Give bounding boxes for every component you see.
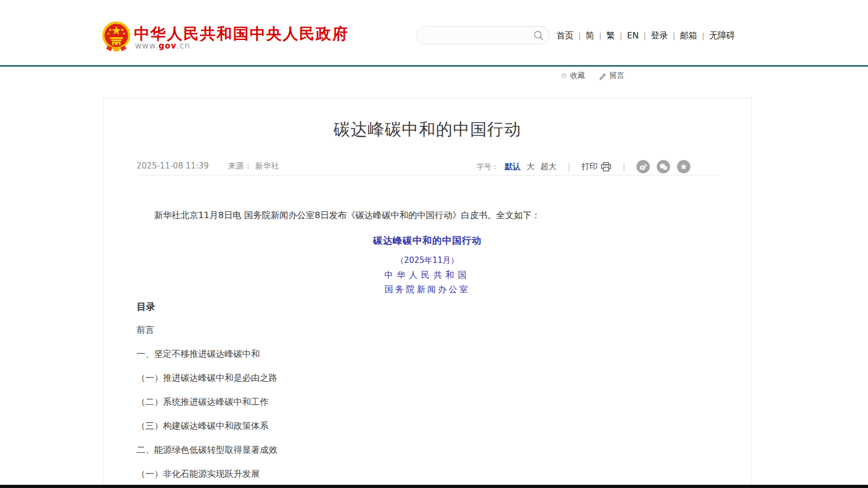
top-nav: 首页|简|繁|EN|登录|邮箱|无障碍	[556, 30, 735, 42]
nav-accessibility[interactable]: 无障碍	[709, 30, 735, 41]
nav-traditional[interactable]: 繁	[606, 30, 615, 41]
meta-separator: |	[623, 162, 625, 172]
lead-paragraph: 新华社北京11月8日电 国务院新闻办公室8日发布《碳达峰碳中和的中国行动》白皮书…	[137, 208, 718, 223]
font-size-xlarge-button[interactable]: 超大	[540, 162, 556, 172]
nav-english[interactable]: EN	[627, 30, 639, 41]
bottom-edge-line	[0, 485, 868, 488]
quickbar: ☆ 收藏 留言	[560, 71, 624, 81]
page: 中华人民共和国中央人民政府 www.gov.cn 首页|简|繁|EN|登录|邮箱…	[0, 0, 868, 488]
font-size-label: 字号：	[476, 162, 499, 172]
share-more-button[interactable]	[677, 160, 690, 173]
toc-item: （一）非化石能源实现跃升发展	[137, 469, 718, 479]
favorite-button[interactable]: ☆ 收藏	[560, 71, 585, 81]
meta-separator: |	[568, 162, 570, 172]
favorite-label: 收藏	[570, 71, 585, 81]
share-wechat-button[interactable]	[657, 160, 670, 173]
print-button[interactable]: 打印	[582, 162, 611, 172]
toc-item: （一）推进碳达峰碳中和是必由之路	[137, 373, 718, 383]
site-url[interactable]: www.gov.cn	[135, 41, 190, 51]
search-input[interactable]	[426, 28, 530, 42]
toc-item: （二）系统推进碳达峰碳中和工作	[137, 397, 718, 407]
header-divider-line	[0, 65, 868, 67]
site-url-prefix: www.	[135, 41, 158, 51]
white-paper-office-line: 国务院新闻办公室	[103, 284, 751, 295]
print-label: 打印	[582, 162, 598, 172]
article-date: 2025-11-08 11:39	[137, 161, 209, 171]
nav-separator: |	[578, 31, 581, 40]
article-meta-row: 2025-11-08 11:39来源：新华社 字号： 默认 大 超大 | 打印	[137, 160, 718, 173]
star-outline-icon: ☆	[560, 71, 567, 81]
wechat-icon	[659, 162, 668, 171]
table-of-contents: 目录 前言 一、坚定不移推进碳达峰碳中和 （一）推进碳达峰碳中和是必由之路 （二…	[137, 302, 718, 488]
nav-simplified[interactable]: 简	[586, 30, 594, 41]
printer-icon	[601, 162, 611, 172]
nav-home[interactable]: 首页	[556, 30, 574, 41]
toc-item: 前言	[137, 325, 718, 335]
source-label: 来源：	[228, 161, 252, 171]
font-size-default-button[interactable]: 默认	[505, 162, 521, 172]
site-url-gov: gov	[158, 41, 177, 51]
toc-item: 二、能源绿色低碳转型取得显著成效	[137, 445, 718, 455]
nav-separator: |	[599, 31, 602, 40]
nav-separator: |	[643, 31, 646, 40]
article-meta-left: 2025-11-08 11:39来源：新华社	[137, 161, 279, 171]
national-emblem-icon	[101, 20, 131, 53]
article-source[interactable]: 新华社	[255, 161, 279, 171]
font-size-large-button[interactable]: 大	[527, 162, 535, 172]
search-icon[interactable]	[533, 30, 544, 41]
nav-separator: |	[619, 31, 622, 40]
national-emblem-logo[interactable]	[101, 20, 131, 53]
toc-item: （三）构建碳达峰碳中和政策体系	[137, 421, 718, 431]
message-button[interactable]: 留言	[599, 71, 624, 81]
message-label: 留言	[609, 71, 624, 81]
article-title: 碳达峰碳中和的中国行动	[103, 118, 751, 141]
search-box[interactable]	[417, 26, 550, 44]
weibo-icon	[639, 162, 648, 171]
pencil-icon	[599, 72, 607, 80]
article-meta-right: 字号： 默认 大 超大 | 打印 |	[476, 160, 690, 173]
share-star-icon	[680, 163, 688, 171]
nav-separator: |	[702, 31, 705, 40]
white-paper-title: 碳达峰碳中和的中国行动	[103, 234, 751, 247]
site-url-suffix: .cn	[177, 41, 190, 51]
nav-mail[interactable]: 邮箱	[680, 30, 697, 41]
nav-login[interactable]: 登录	[651, 30, 668, 41]
toc-title: 目录	[137, 302, 718, 311]
toc-item: 一、坚定不移推进碳达峰碳中和	[137, 349, 718, 359]
nav-separator: |	[673, 31, 675, 40]
white-paper-date: （2025年11月）	[103, 255, 751, 266]
share-weibo-button[interactable]	[636, 160, 650, 173]
meta-divider-line	[137, 175, 718, 175]
article-card: 碳达峰碳中和的中国行动 2025-11-08 11:39来源：新华社 字号： 默…	[103, 98, 752, 488]
white-paper-country-line: 中华人民共和国	[103, 270, 751, 281]
